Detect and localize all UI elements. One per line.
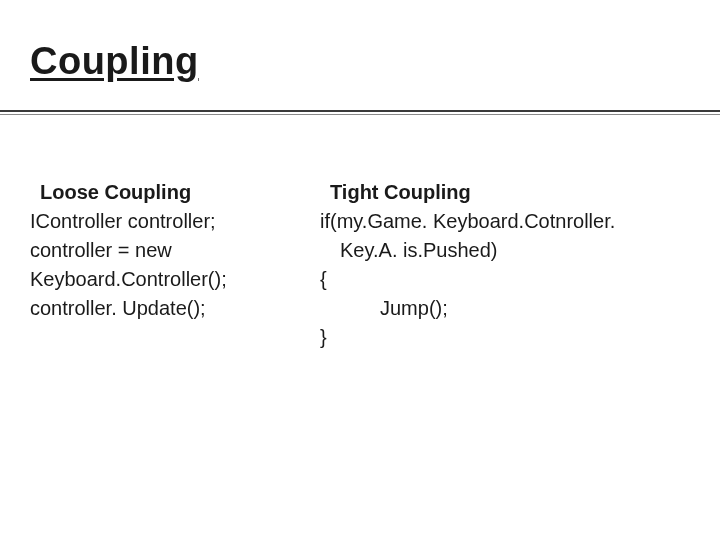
right-line3: {: [320, 265, 690, 294]
right-column: Tight Coupling if(my.Game. Keyboard.Cotn…: [320, 178, 690, 352]
right-heading: Tight Coupling: [330, 181, 471, 203]
divider-bottom: [0, 114, 720, 115]
slide-title: Coupling: [30, 40, 199, 83]
columns: Loose Coupling IController controller; c…: [30, 178, 690, 352]
left-line2: controller = new Keyboard.Controller();: [30, 236, 300, 294]
left-line3: controller. Update();: [30, 294, 300, 323]
right-line5: }: [320, 323, 690, 352]
left-heading: Loose Coupling: [40, 181, 191, 203]
left-line1: IController controller;: [30, 207, 300, 236]
right-line1: if(my.Game. Keyboard.Cotnroller.: [320, 207, 690, 236]
right-line4: Jump();: [320, 294, 690, 323]
right-line2: Key.A. is.Pushed): [320, 236, 690, 265]
slide: Coupling Loose Coupling IController cont…: [0, 0, 720, 540]
left-column: Loose Coupling IController controller; c…: [30, 178, 300, 352]
divider-top: [0, 110, 720, 112]
